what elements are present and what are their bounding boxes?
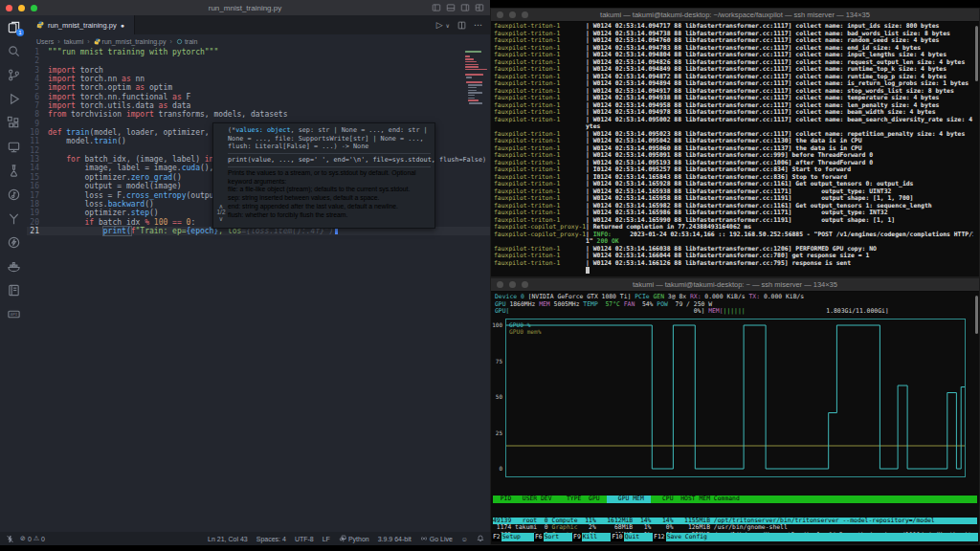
vscode-titlebar[interactable]: run_mnist_training.py [0, 0, 490, 15]
error-count: 0 [28, 536, 32, 542]
line-number: 2 [27, 56, 48, 65]
terminal-top-titlebar[interactable]: takumi — takumi@takumi-desktop: ~/worksp… [491, 9, 979, 22]
fkey-action-setup[interactable]: Setup [501, 533, 534, 541]
signature-help-tooltip: (*values: object, sep: str | None = ...,… [212, 122, 435, 229]
toggle-secondary-sidebar-icon[interactable] [460, 3, 470, 12]
thunder-client-icon[interactable] [5, 234, 22, 250]
log-output[interactable]: fauxpilot-triton-1| W0124 02:53:14.09471… [494, 23, 973, 275]
y-axis-tick: 0 [499, 465, 502, 472]
tooltip-text-line: file: a file-like object (stream); defau… [228, 186, 431, 194]
notebook-icon[interactable] [5, 282, 22, 298]
status-item-lf[interactable]: LF [323, 536, 330, 542]
breadcrumb-item-Users[interactable]: Users [36, 38, 54, 45]
toggle-panel-icon[interactable] [446, 3, 456, 12]
line-number: 3 [27, 66, 48, 75]
fkey-F10: F10 [611, 533, 624, 541]
python-file-icon [36, 21, 44, 29]
code-editor[interactable]: 1"""run mnist training with pytorch"""23… [27, 48, 490, 532]
tab-run-mnist-training[interactable]: run_mnist_training.py ● [27, 15, 135, 34]
fkey-F6: F6 [534, 533, 544, 541]
gpu-utilization-chart: GPU0 %GPU0 mem% [505, 319, 966, 477]
close-button[interactable] [6, 5, 12, 11]
pipeline-icon[interactable] [5, 210, 22, 226]
minimize-button[interactable] [18, 5, 25, 11]
minimap[interactable] [465, 51, 490, 137]
minimize-button[interactable] [509, 11, 516, 18]
explorer-icon[interactable]: 1 [5, 19, 22, 34]
breadcrumb-separator: › [87, 38, 89, 45]
fkey-F9: F9 [572, 533, 582, 541]
tab-bar: run_mnist_training.py ● ▷ ∨ ⋯ [27, 15, 490, 34]
process-row[interactable]: 1174 takumi 0 Graphic 2% 68MiB 1% 0% 126… [493, 524, 977, 532]
problems-indicator[interactable]: ⊘ 0 ⚠ 0 [20, 535, 45, 542]
maximize-button[interactable] [31, 5, 37, 11]
process-table-header[interactable]: PID USER DEV TYPE GPU GPU MEM CPU HOST M… [493, 496, 977, 503]
signature-next-icon[interactable]: ∨ [215, 216, 227, 223]
api-client-icon[interactable]: API [5, 306, 22, 321]
signature-lines: (*values: object, sep: str | None = ...,… [228, 126, 431, 151]
source-control-icon[interactable] [5, 67, 22, 82]
modified-dot-icon[interactable]: ● [121, 22, 124, 29]
status-item-python[interactable]: Python [339, 535, 369, 542]
scrollbar-thumb[interactable] [975, 26, 978, 81]
breadcrumb-item-run_mnist_training-py[interactable]: run_mnist_training.py [94, 38, 167, 45]
minimap-line [465, 64, 479, 66]
breadcrumb-item-takumi[interactable]: takumi [64, 38, 84, 45]
scrollbar-thumb[interactable] [975, 296, 978, 334]
code-line-3: 3import torch [27, 66, 490, 75]
split-editor-icon[interactable] [457, 21, 466, 30]
close-button[interactable] [497, 11, 503, 18]
copilot-disabled-icon[interactable] [6, 535, 14, 543]
breadcrumb-separator: › [57, 38, 59, 45]
process-row[interactable]: 49139 root 0 Compute 11% 1612MiB 14% 14%… [493, 518, 977, 525]
tooltip-description: Prints the values to a stream, or to sys… [228, 169, 431, 220]
minimap-line [468, 92, 482, 94]
line-number: 19 [27, 209, 48, 217]
tooltip-text-line: keyword arguments: [228, 178, 431, 187]
jupyter-icon[interactable] [5, 187, 22, 202]
status-item-ln-21-col-43[interactable]: Ln 21, Col 43 [208, 536, 248, 542]
close-button[interactable] [497, 281, 503, 288]
notifications-bell-icon[interactable] [477, 535, 484, 542]
service-name: fauxpilot-triton-1 [494, 117, 586, 124]
log-line: fauxpilot-triton-1| W0124 02:53:14.09500… [494, 117, 973, 124]
status-item-go-live[interactable]: Go Live [420, 535, 453, 542]
fkey-action-save-config[interactable]: Save Config [666, 533, 721, 541]
code-line-5: 5import torch.optim as optim [27, 83, 490, 92]
docker-icon[interactable] [5, 258, 22, 274]
run-debug-icon[interactable] [5, 91, 22, 106]
minimap-line [465, 51, 481, 53]
log-line: fauxpilot-triton-1| W0124 02:53:14.16612… [494, 260, 973, 268]
run-python-button[interactable]: ▷ [436, 20, 443, 30]
line-number: 4 [27, 75, 48, 83]
testing-flask-icon[interactable] [5, 163, 22, 178]
feedback-smiley-icon[interactable]: ☺ [461, 536, 468, 542]
legend-GPU0-mem-: GPU0 mem% [509, 328, 542, 335]
minimap-line [465, 58, 474, 60]
status-item-utf-8[interactable]: UTF-8 [295, 536, 314, 542]
remote-explorer-icon[interactable] [5, 139, 22, 154]
fkey-action-kill[interactable]: Kill [582, 533, 611, 541]
fkey-action-sort[interactable]: Sort [544, 533, 572, 541]
search-icon[interactable] [5, 43, 22, 58]
line-number: 12 [27, 146, 48, 155]
status-item-3-9-9-64-bit[interactable]: 3.9.9 64-bit [378, 536, 412, 542]
error-icon: ⊘ [20, 535, 26, 542]
fkey-F12: F12 [653, 533, 666, 541]
more-actions-icon[interactable]: ⋯ [474, 20, 482, 30]
toggle-sidebar-icon[interactable] [432, 3, 441, 12]
extensions-icon[interactable] [5, 115, 22, 130]
warning-icon: ⚠ [33, 535, 39, 542]
line-number: 5 [27, 83, 48, 92]
run-chevron-icon[interactable]: ∨ [446, 22, 450, 29]
log-line [494, 267, 973, 275]
editor-layout-icon[interactable] [475, 3, 484, 12]
minimap-line [468, 90, 477, 92]
fkey-action-quit[interactable]: Quit [624, 533, 653, 541]
breadcrumb-item-train[interactable]: train [176, 38, 198, 45]
terminal-bottom-titlebar[interactable]: takumi — takumi@takumi-desktop: ~ — ssh … [491, 278, 979, 292]
header-sort-column[interactable]: GPU MEM [607, 496, 651, 503]
status-item-spaces-4[interactable]: Spaces: 4 [256, 536, 286, 542]
code-line-8: 8from torchvision import transforms, mod… [27, 110, 490, 119]
minimize-button[interactable] [509, 281, 516, 288]
